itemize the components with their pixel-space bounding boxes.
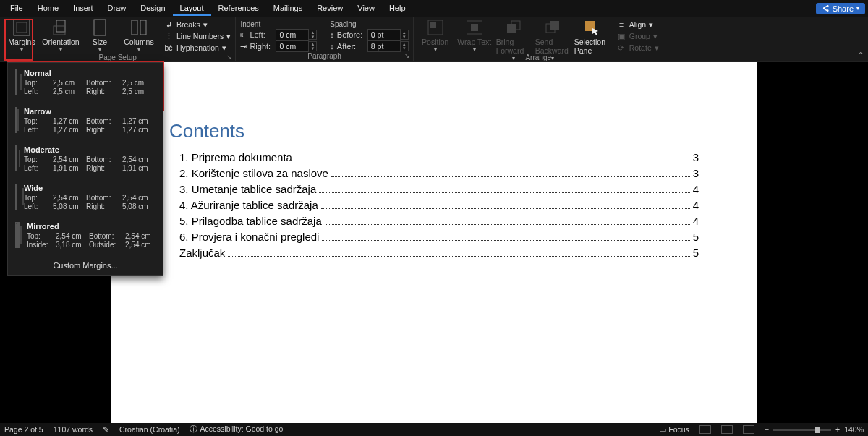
toc-entry[interactable]: 3. Umetanje tablice sadržaja 4 <box>169 183 699 195</box>
align-button[interactable]: ≡Align▾ <box>616 19 659 30</box>
dialog-launcher-pagesetup[interactable]: ↘ <box>226 54 232 61</box>
contents-title: Contents <box>169 120 699 142</box>
tab-help[interactable]: Help <box>382 1 413 16</box>
toc-text: 5. Prilagodba tablice sadržaja <box>179 215 322 227</box>
indent-right-label: Right: <box>250 42 273 51</box>
indent-label: Indent <box>240 20 260 28</box>
wrap-text-button: Wrap Text▾ <box>457 19 492 53</box>
line-numbers-button[interactable]: ⋮Line Numbers▾ <box>163 30 231 42</box>
tab-draw[interactable]: Draw <box>101 1 134 16</box>
margins-option-narrow[interactable]: NarrowTop:1,27 cmBottom:1,27 cmLeft:1,27… <box>8 101 163 140</box>
zoom-control[interactable]: − + 140% <box>765 425 864 434</box>
toc-page: 5 <box>693 231 699 243</box>
toc-entry[interactable]: 2. Korištenje stilova za naslove 3 <box>169 167 699 179</box>
rotate-button: ⟳Rotate▾ <box>616 42 659 54</box>
status-language[interactable]: Croatian (Croatia) <box>119 425 179 434</box>
spacing-after-icon: ↕ <box>330 42 334 51</box>
view-print-button[interactable] <box>721 425 733 434</box>
columns-icon <box>129 19 149 36</box>
toc-entry[interactable]: Zaključak 5 <box>169 247 699 259</box>
zoom-value[interactable]: 140% <box>844 425 864 434</box>
align-icon: ≡ <box>616 20 626 30</box>
tab-layout[interactable]: Layout <box>173 1 211 16</box>
indent-left-icon: ⇤ <box>240 30 247 40</box>
margin-thumb-icon <box>15 184 17 210</box>
toc-entry[interactable]: 4. Ažuriranje tablice sadržaja 4 <box>169 199 699 211</box>
toc-page: 4 <box>693 199 699 211</box>
margins-button[interactable]: Margins▾ <box>4 19 39 53</box>
spacing-label: Spacing <box>330 20 356 28</box>
share-label: Share <box>833 4 854 13</box>
orientation-button[interactable]: Orientation▾ <box>43 19 78 53</box>
margin-name: Normal <box>24 69 156 77</box>
tab-design[interactable]: Design <box>133 1 172 16</box>
share-button[interactable]: Share ▾ <box>816 3 865 14</box>
tab-insert[interactable]: Insert <box>66 1 101 16</box>
tab-view[interactable]: View <box>350 1 382 16</box>
svg-rect-6 <box>140 20 146 35</box>
send-backward-icon <box>542 19 563 36</box>
toc-text: 1. Priprema dokumenta <box>179 151 292 163</box>
columns-button[interactable]: Columns▾ <box>122 19 156 53</box>
tab-review[interactable]: Review <box>310 1 350 16</box>
margins-option-normal[interactable]: NormalTop:2,5 cmBottom:2,5 cmLeft:2,5 cm… <box>8 63 163 101</box>
bring-forward-icon <box>503 19 524 36</box>
svg-rect-3 <box>54 26 65 35</box>
group-arrange: Position▾ Wrap Text▾ Bring Forward▾ Send… <box>414 17 663 61</box>
hyphenation-button[interactable]: bċHyphenation▾ <box>163 42 231 54</box>
toc-leader <box>295 161 690 161</box>
toc-leader <box>321 208 690 209</box>
breaks-button[interactable]: ↲Breaks▾ <box>163 19 231 30</box>
toc-entry[interactable]: 6. Provjera i konačni pregledi 5 <box>169 231 699 243</box>
margin-thumb-icon <box>15 107 17 133</box>
status-bar: Page 2 of 5 1107 words ✎ Croatian (Croat… <box>0 423 868 436</box>
toc-entry[interactable]: 1. Priprema dokumenta 3 <box>169 151 699 163</box>
margins-option-wide[interactable]: WideTop:2,54 cmBottom:2,54 cmLeft:5,08 c… <box>8 178 163 216</box>
size-button[interactable]: Size▾ <box>82 19 117 53</box>
selection-pane-button[interactable]: Selection Pane <box>574 19 609 55</box>
toc-leader <box>331 176 690 177</box>
toc-entry[interactable]: 5. Prilagodba tablice sadržaja 4 <box>169 215 699 227</box>
spacing-before-input[interactable]: ▲▼ <box>367 29 409 40</box>
svg-rect-0 <box>14 20 30 35</box>
toc-page: 3 <box>693 167 699 179</box>
ribbon-collapse-button[interactable]: ⌃ <box>858 51 864 59</box>
toc-text: Zaključak <box>179 247 225 259</box>
status-page[interactable]: Page 2 of 5 <box>4 425 43 434</box>
size-icon <box>90 19 110 36</box>
margins-option-moderate[interactable]: ModerateTop:2,54 cmBottom:2,54 cmLeft:1,… <box>8 140 163 178</box>
indent-left-input[interactable]: ▲▼ <box>276 29 317 40</box>
dialog-launcher-paragraph[interactable]: ↘ <box>404 52 410 59</box>
position-icon <box>425 19 446 36</box>
group-label-arrange: Arrange <box>525 54 551 61</box>
chevron-down-icon: ▾ <box>856 5 859 12</box>
tab-home[interactable]: Home <box>30 1 66 16</box>
status-words[interactable]: 1107 words <box>54 425 93 434</box>
margin-name: Narrow <box>24 107 156 116</box>
margin-name: Wide <box>24 184 156 192</box>
tab-file[interactable]: File <box>3 1 30 16</box>
tab-mailings[interactable]: Mailings <box>266 1 310 16</box>
view-read-button[interactable] <box>699 425 711 434</box>
toc-page: 4 <box>693 183 699 195</box>
tab-references[interactable]: References <box>211 1 266 16</box>
line-numbers-icon: ⋮ <box>163 31 174 41</box>
indent-left-label: Left: <box>250 30 273 39</box>
svg-rect-5 <box>132 20 137 35</box>
margin-thumb-icon <box>15 69 17 95</box>
zoom-in-button[interactable]: + <box>835 425 840 434</box>
margins-option-mirrored[interactable]: MirroredTop:2,54 cmBottom:2,54 cmInside:… <box>8 216 163 255</box>
status-spellcheck-icon[interactable]: ✎ <box>103 425 109 434</box>
spacing-before-label: Before: <box>337 30 365 39</box>
view-web-button[interactable] <box>743 425 754 434</box>
zoom-out-button[interactable]: − <box>765 425 769 434</box>
zoom-slider[interactable] <box>773 429 831 431</box>
indent-right-input[interactable]: ▲▼ <box>276 40 317 52</box>
focus-button[interactable]: ▭Focus <box>659 425 689 434</box>
margin-name: Mirrored <box>27 222 158 231</box>
position-button: Position▾ <box>418 19 453 53</box>
status-accessibility[interactable]: ⓘAccessibility: Good to go <box>190 424 283 435</box>
custom-margins-item[interactable]: Custom Margins... <box>8 255 163 275</box>
margins-icon <box>12 19 32 36</box>
spacing-after-input[interactable]: ▲▼ <box>367 40 409 52</box>
